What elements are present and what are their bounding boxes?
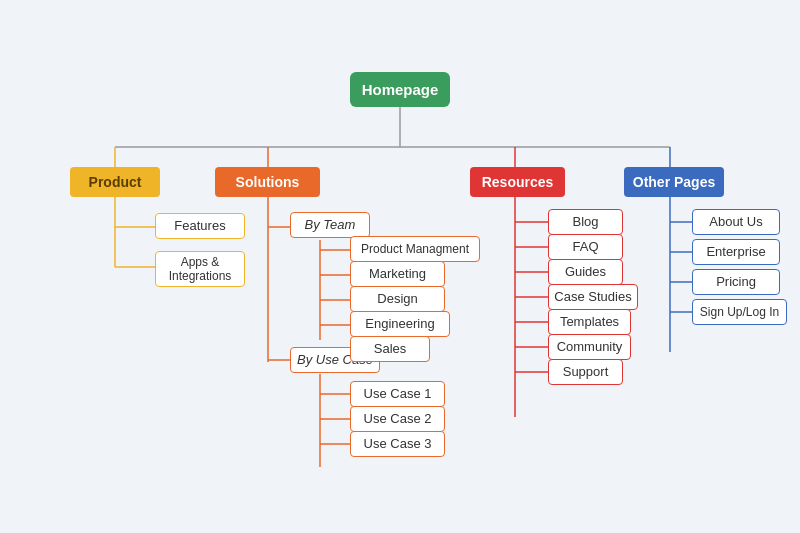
solutions-node: Solutions — [215, 167, 320, 197]
templates-node: Templates — [548, 309, 631, 335]
pricing-node: Pricing — [692, 269, 780, 295]
signup-node: Sign Up/Log In — [692, 299, 787, 325]
blog-node: Blog — [548, 209, 623, 235]
productmgmt-node: Product Managment — [350, 236, 480, 262]
faq-node: FAQ — [548, 234, 623, 260]
diagram: Homepage Product Solutions Resources Oth… — [10, 12, 790, 522]
engineering-node: Engineering — [350, 311, 450, 337]
homepage-node: Homepage — [350, 72, 450, 107]
apps-node: Apps & Integrations — [155, 251, 245, 287]
community-node: Community — [548, 334, 631, 360]
usecase3-node: Use Case 3 — [350, 431, 445, 457]
sales-node: Sales — [350, 336, 430, 362]
product-node: Product — [70, 167, 160, 197]
design-node: Design — [350, 286, 445, 312]
enterprise-node: Enterprise — [692, 239, 780, 265]
byteam-node: By Team — [290, 212, 370, 238]
marketing-node: Marketing — [350, 261, 445, 287]
support-node: Support — [548, 359, 623, 385]
usecase1-node: Use Case 1 — [350, 381, 445, 407]
casestudies-node: Case Studies — [548, 284, 638, 310]
otherpages-node: Other Pages — [624, 167, 724, 197]
resources-node: Resources — [470, 167, 565, 197]
aboutus-node: About Us — [692, 209, 780, 235]
features-node: Features — [155, 213, 245, 239]
guides-node: Guides — [548, 259, 623, 285]
usecase2-node: Use Case 2 — [350, 406, 445, 432]
